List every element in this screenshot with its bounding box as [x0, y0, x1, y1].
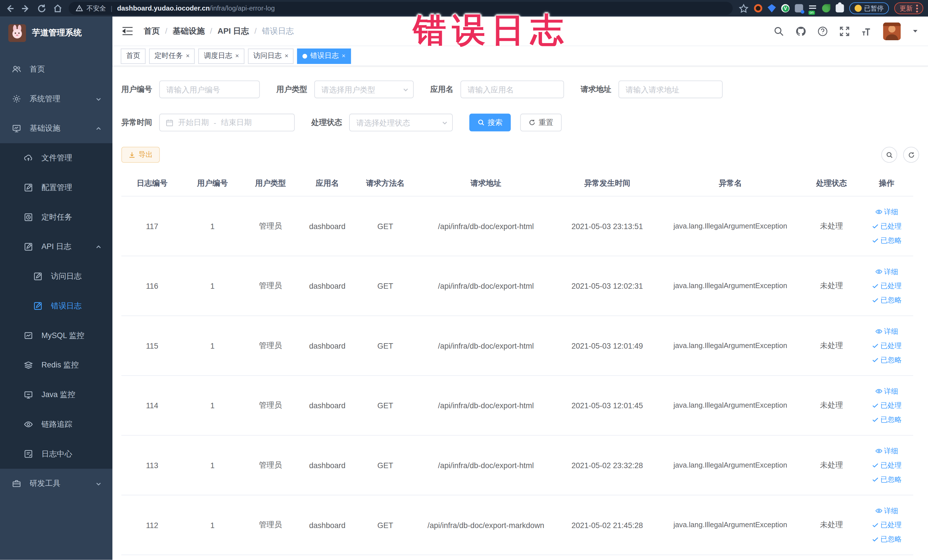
eye-icon	[875, 447, 882, 455]
sidebar-item-access-log[interactable]: 访问日志	[0, 262, 112, 291]
extension-grid-icon[interactable]	[795, 4, 803, 12]
tag-dispatch-log[interactable]: 调度日志 ×	[198, 48, 244, 64]
bookmark-star-icon[interactable]	[739, 3, 749, 13]
font-size-icon[interactable]	[861, 26, 872, 36]
close-icon[interactable]: ×	[342, 53, 345, 60]
tag-home[interactable]: 首页	[121, 48, 145, 64]
table-row: 116 1 管理员 dashboard GET /api/infra/db-do…	[121, 256, 913, 316]
reset-button[interactable]: 重置	[520, 113, 562, 131]
table-tools	[881, 147, 919, 163]
tag-scheduled-jobs[interactable]: 定时任务 ×	[149, 48, 195, 64]
tag-access-log[interactable]: 访问日志 ×	[248, 48, 294, 64]
reload-icon[interactable]	[37, 3, 47, 13]
sidebar-item-home[interactable]: 首页	[0, 55, 112, 84]
detail-link[interactable]: 详细	[875, 445, 898, 457]
close-icon[interactable]: ×	[235, 53, 239, 60]
error-log-table: 日志编号 用户编号 用户类型 应用名 请求方法名 请求地址 异常发生时间 异常名…	[121, 171, 913, 555]
extension-on-switch-icon[interactable]: on	[809, 4, 817, 12]
update-pill[interactable]: 更新	[894, 2, 923, 14]
mark-processed-link[interactable]: 已处理	[872, 399, 902, 412]
eye-icon	[875, 268, 882, 275]
extension-leaf-icon[interactable]	[822, 4, 830, 12]
mark-ignored-link[interactable]: 已忽略	[872, 294, 902, 307]
detail-link[interactable]: 详细	[875, 325, 898, 338]
request-url-input[interactable]	[618, 81, 723, 98]
sidebar-item-api-log[interactable]: API 日志	[0, 232, 112, 262]
sidebar-item-scheduled-jobs[interactable]: 定时任务	[0, 203, 112, 232]
process-status-select[interactable]	[349, 113, 453, 131]
start-date-placeholder[interactable]: 开始日期	[178, 117, 209, 128]
caret-down-icon[interactable]	[912, 28, 919, 35]
sidebar-item-redis-monitor[interactable]: Redis 监控	[0, 350, 112, 380]
sidebar-item-tracing[interactable]: 链路追踪	[0, 410, 112, 439]
peoples-icon	[12, 64, 21, 74]
end-date-placeholder[interactable]: 结束日期	[221, 117, 252, 128]
breadcrumb-infra[interactable]: 基础设施	[172, 26, 205, 36]
paused-pill[interactable]: 已暂停	[849, 2, 889, 14]
security-label[interactable]: 不安全	[87, 4, 106, 12]
search-button[interactable]: 搜索	[469, 113, 511, 131]
filter-row-1: 用户编号 用户类型 应用名 请求	[121, 81, 919, 98]
home-icon[interactable]	[53, 3, 63, 13]
hamburger-icon[interactable]	[122, 26, 133, 36]
detail-link[interactable]: 详细	[875, 505, 898, 517]
fullscreen-icon[interactable]	[839, 26, 850, 36]
mark-processed-link[interactable]: 已处理	[872, 459, 902, 471]
extension-blue-icon[interactable]	[768, 4, 776, 12]
check-icon	[872, 223, 879, 230]
detail-link[interactable]: 详细	[875, 385, 898, 398]
download-icon	[128, 151, 136, 158]
date-range-picker[interactable]: 开始日期 - 结束日期	[159, 113, 295, 131]
check-icon	[872, 416, 879, 423]
mark-ignored-link[interactable]: 已忽略	[872, 533, 902, 545]
github-icon[interactable]	[795, 26, 806, 36]
sidebar-item-infra[interactable]: 基础设施	[0, 113, 112, 143]
sidebar-item-config-manage[interactable]: 配置管理	[0, 173, 112, 203]
close-icon[interactable]: ×	[285, 53, 288, 60]
breadcrumb-api-log[interactable]: API 日志	[217, 26, 249, 36]
address-bar[interactable]: 不安全 | dashboard.yudao.iocoder.cn/infra/l…	[69, 2, 733, 15]
user-id-input[interactable]	[159, 81, 260, 98]
breadcrumb-current: 错误日志	[262, 26, 294, 36]
check-icon	[872, 402, 879, 409]
extension-green-v-icon[interactable]: V	[781, 4, 789, 12]
export-button[interactable]: 导出	[121, 147, 160, 163]
sidebar-item-log-center[interactable]: 日志中心	[0, 439, 112, 469]
mark-processed-link[interactable]: 已处理	[872, 279, 902, 292]
extension-orange-icon[interactable]	[754, 4, 762, 12]
close-icon[interactable]: ×	[186, 53, 189, 60]
toggle-search-button[interactable]	[881, 147, 897, 163]
forward-icon[interactable]	[21, 3, 31, 13]
detail-link[interactable]: 详细	[875, 265, 898, 278]
app-name-input[interactable]	[461, 81, 564, 98]
sidebar-item-dev-tools[interactable]: 研发工具	[0, 469, 112, 498]
tag-error-log[interactable]: 错误日志 ×	[297, 48, 351, 64]
mark-ignored-link[interactable]: 已忽略	[872, 234, 902, 247]
sidebar-item-file-manage[interactable]: 文件管理	[0, 143, 112, 173]
back-icon[interactable]	[5, 3, 15, 13]
breadcrumb-home[interactable]: 首页	[144, 26, 160, 36]
extension-puzzle-icon[interactable]	[836, 4, 844, 12]
sidebar-item-mysql-monitor[interactable]: MySQL 监控	[0, 320, 112, 350]
search-icon[interactable]	[774, 26, 784, 36]
chrome-menu-icon[interactable]	[916, 5, 918, 12]
sidebar-item-java-monitor[interactable]: Java 监控	[0, 380, 112, 410]
sidebar-item-system[interactable]: 系统管理	[0, 84, 112, 114]
mark-ignored-link[interactable]: 已忽略	[872, 354, 902, 366]
eye-icon	[875, 507, 882, 514]
java-monitor-icon	[24, 390, 33, 400]
mark-processed-link[interactable]: 已处理	[872, 519, 902, 531]
mark-ignored-link[interactable]: 已忽略	[872, 473, 902, 486]
sidebar-item-label: Redis 监控	[41, 360, 78, 370]
mark-processed-link[interactable]: 已处理	[872, 220, 902, 232]
mark-processed-link[interactable]: 已处理	[872, 339, 902, 352]
app-logo[interactable]: 芋道管理系统	[0, 17, 112, 50]
refresh-button[interactable]	[903, 147, 919, 163]
search-icon	[886, 151, 893, 158]
user-type-select[interactable]	[314, 81, 414, 98]
mark-ignored-link[interactable]: 已忽略	[872, 414, 902, 426]
sidebar-item-error-log[interactable]: 错误日志	[0, 291, 112, 321]
user-avatar[interactable]	[883, 22, 901, 40]
help-icon[interactable]	[817, 26, 828, 36]
detail-link[interactable]: 详细	[875, 206, 898, 218]
